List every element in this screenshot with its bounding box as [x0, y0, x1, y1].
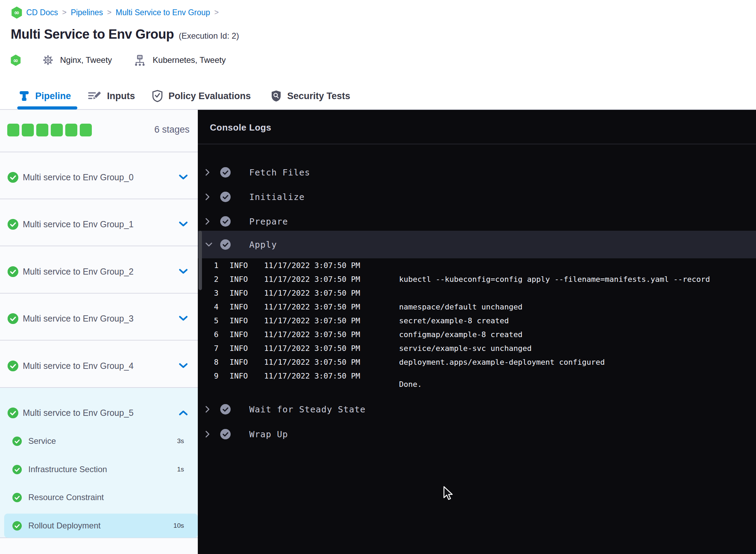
- log-line: 1 INFO 11/17/2022 3:07:50 PM: [198, 258, 756, 272]
- stage-label: Multi service to Env Group_4: [23, 361, 178, 371]
- log-timestamp: 11/17/2022 3:07:50 PM: [264, 303, 360, 311]
- stage-row-4[interactable]: Multi service to Env Group_4: [0, 341, 198, 388]
- chevron-down-icon[interactable]: [205, 242, 213, 247]
- logstep-label: Fetch Files: [249, 168, 310, 178]
- step-success-icon: [220, 167, 231, 178]
- console-header: Console Logs: [198, 110, 756, 144]
- step-success-icon: [220, 239, 231, 250]
- stage-square: [80, 124, 92, 136]
- log-timestamp: 11/17/2022 3:07:50 PM: [264, 344, 360, 353]
- logstep-prepare[interactable]: Prepare: [198, 209, 756, 233]
- stage-square: [51, 124, 63, 136]
- tab-inputs[interactable]: Inputs: [88, 83, 135, 109]
- substep-infrastructure[interactable]: Infrastructure Section 1s: [0, 460, 198, 479]
- stage-row-2[interactable]: Multi service to Env Group_2: [0, 247, 198, 294]
- breadcrumb-pipeline-name[interactable]: Multi Service to Env Group: [116, 8, 210, 17]
- log-level: INFO: [230, 289, 248, 297]
- tab-policy-evaluations-label: Policy Evaluations: [168, 91, 251, 102]
- chevron-up-icon[interactable]: [178, 410, 188, 416]
- inputs-icon: [88, 90, 101, 102]
- stage-row-5-header[interactable]: Multi service to Env Group_5: [0, 404, 198, 422]
- mouse-cursor: [443, 486, 455, 501]
- log-message: secret/example-8 created: [399, 316, 509, 325]
- logstep-wait-steady-state[interactable]: Wait for Steady State: [198, 397, 756, 421]
- services-label[interactable]: Nginx, Tweety: [60, 55, 112, 65]
- log-message: deployment.apps/example-deployment confi…: [399, 358, 605, 366]
- breadcrumb: ∞ CD Docs > Pipelines > Multi Service to…: [11, 6, 219, 19]
- substep-duration: 3s: [177, 437, 184, 445]
- log-line-number: 2: [210, 275, 219, 284]
- log-line-number: 9: [210, 372, 219, 380]
- log-level: INFO: [230, 358, 248, 366]
- log-message: namespace/default unchanged: [399, 303, 523, 311]
- chevron-down-icon[interactable]: [178, 174, 188, 180]
- chevron-down-icon[interactable]: [178, 315, 188, 322]
- substep-label: Service: [28, 436, 177, 446]
- stage-progress-squares: [7, 124, 92, 136]
- chevron-right-icon[interactable]: [205, 168, 210, 176]
- tab-security-tests[interactable]: Security Tests: [271, 83, 350, 109]
- stage-row-3[interactable]: Multi service to Env Group_3: [0, 294, 198, 341]
- breadcrumb-pipelines[interactable]: Pipelines: [71, 8, 103, 17]
- tab-security-tests-label: Security Tests: [287, 91, 350, 102]
- tab-inputs-label: Inputs: [107, 91, 135, 102]
- substep-label: Rollout Deployment: [28, 521, 173, 531]
- logstep-fetch-files[interactable]: Fetch Files: [198, 160, 756, 184]
- logstep-apply[interactable]: Apply: [198, 231, 756, 258]
- execution-meta-row: ∞ Nginx, Tweety Kuber: [11, 52, 226, 68]
- breadcrumb-cd-docs[interactable]: CD Docs: [26, 8, 58, 17]
- chevron-down-icon[interactable]: [178, 268, 188, 275]
- log-line-number: 5: [210, 316, 219, 325]
- execution-id: (Execution Id: 2): [179, 31, 239, 41]
- log-timestamp: 11/17/2022 3:07:50 PM: [264, 316, 360, 325]
- stage-row-1[interactable]: Multi service to Env Group_1: [0, 199, 198, 246]
- chevron-right-icon[interactable]: [205, 430, 210, 438]
- active-tab-indicator: [17, 106, 77, 109]
- log-line-number: 3: [210, 289, 219, 297]
- console-logs-panel: Console Logs Fetch Files Initialize Prep…: [198, 110, 756, 554]
- stages-sidebar: 6 stages Multi service to Env Group_0 Mu…: [0, 110, 198, 554]
- stage-square: [22, 124, 34, 136]
- log-line: 4 INFO 11/17/2022 3:07:50 PM namespace/d…: [198, 300, 756, 314]
- stage-row-0[interactable]: Multi service to Env Group_0: [0, 152, 198, 199]
- substep-duration: 1s: [177, 466, 184, 473]
- log-line: 9 INFO 11/17/2022 3:07:50 PM: [198, 369, 756, 383]
- chevron-down-icon[interactable]: [178, 363, 188, 369]
- log-timestamp: 11/17/2022 3:07:50 PM: [264, 261, 360, 270]
- log-message: configmap/example-8 created: [399, 330, 523, 339]
- chevron-down-icon[interactable]: [178, 221, 188, 227]
- pipeline-icon: [19, 90, 30, 102]
- sidebar-scrollbar[interactable]: [198, 231, 202, 290]
- substep-service[interactable]: Service 3s: [0, 431, 198, 451]
- success-check-icon: [8, 408, 18, 418]
- apply-log-output: 1 INFO 11/17/2022 3:07:50 PM 2 INFO 11/1…: [198, 258, 756, 383]
- breadcrumb-separator: >: [62, 8, 67, 17]
- logstep-initialize[interactable]: Initialize: [198, 185, 756, 209]
- tab-policy-evaluations[interactable]: Policy Evaluations: [152, 83, 251, 109]
- svg-text:∞: ∞: [14, 9, 20, 16]
- substep-label: Resource Constraint: [28, 493, 184, 502]
- stage-label: Multi service to Env Group_0: [23, 172, 178, 182]
- log-line: 2 INFO 11/17/2022 3:07:50 PM kubectl --k…: [198, 272, 756, 286]
- substep-resource-constraint[interactable]: Resource Constraint: [0, 488, 198, 507]
- success-check-icon: [12, 437, 22, 446]
- stage-square: [36, 124, 48, 136]
- log-line: 6 INFO 11/17/2022 3:07:50 PM configmap/e…: [198, 327, 756, 341]
- log-timestamp: 11/17/2022 3:07:50 PM: [264, 289, 360, 297]
- tab-pipeline[interactable]: Pipeline: [19, 83, 71, 109]
- chevron-right-icon[interactable]: [205, 405, 210, 413]
- chevron-right-icon[interactable]: [205, 193, 210, 201]
- log-line: 8 INFO 11/17/2022 3:07:50 PM deployment.…: [198, 355, 756, 369]
- log-level: INFO: [230, 330, 248, 339]
- log-line: 3 INFO 11/17/2022 3:07:50 PM: [198, 286, 756, 300]
- environments-label[interactable]: Kubernetes, Tweety: [153, 55, 226, 65]
- logstep-wrap-up[interactable]: Wrap Up: [198, 422, 756, 446]
- policy-shield-icon: [152, 90, 163, 102]
- chevron-right-icon[interactable]: [205, 217, 210, 226]
- svg-text:∞: ∞: [13, 57, 18, 64]
- log-timestamp: 11/17/2022 3:07:50 PM: [264, 358, 360, 366]
- substep-rollout-deployment[interactable]: Rollout Deployment 10s: [4, 514, 198, 538]
- substep-duration: 10s: [173, 522, 184, 529]
- log-line-number: 7: [210, 344, 219, 353]
- stage-label: Multi service to Env Group_3: [23, 314, 178, 324]
